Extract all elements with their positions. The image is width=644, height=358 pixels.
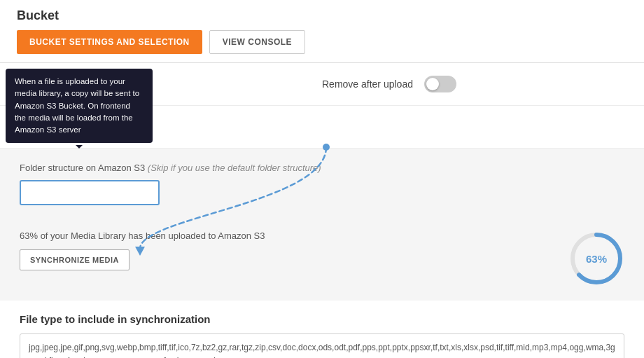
page-wrapper: Bucket BUCKET SETTINGS AND SELECTION VIE… [0,0,644,358]
progress-left: 63% of your Media Library has been uploa… [20,230,554,270]
tooltip: When a file is uploaded to your media li… [6,69,153,143]
view-console-button[interactable]: VIEW CONSOLE [209,30,305,54]
file-types-section: File type to include in synchronization … [0,301,644,358]
content: When a file is uploaded to your media li… [0,63,644,358]
bucket-settings-button[interactable]: BUCKET SETTINGS AND SELECTION [17,30,202,54]
circle-percent: 63% [586,253,607,265]
progress-section: 63% of your Media Library has been uploa… [0,219,644,298]
folder-input[interactable] [20,180,160,205]
folder-section: Folder structure on Amazon S3 (Skip if y… [0,149,644,219]
file-types-box: jpg,jpeg,jpe,gif,png,svg,webp,bmp,tiff,t… [20,333,624,358]
tooltip-text: When a file is uploaded to your media li… [15,77,139,134]
progress-text: 63% of your Media Library has been uploa… [20,230,554,241]
header-buttons: BUCKET SETTINGS AND SELECTION VIEW CONSO… [17,30,627,62]
circle-progress: 63% [568,230,624,287]
remove-toggle[interactable] [424,76,456,92]
header: Bucket BUCKET SETTINGS AND SELECTION VIE… [0,0,644,63]
page-title: Bucket [17,8,627,23]
remove-group: Remove after upload [322,76,624,92]
folder-label: Folder structure on Amazon S3 (Skip if y… [20,163,624,173]
synchronize-media-button[interactable]: SYNCHRONIZE MEDIA [20,249,130,270]
file-types-title: File type to include in synchronization [20,313,624,325]
remove-label: Remove after upload [322,78,413,90]
